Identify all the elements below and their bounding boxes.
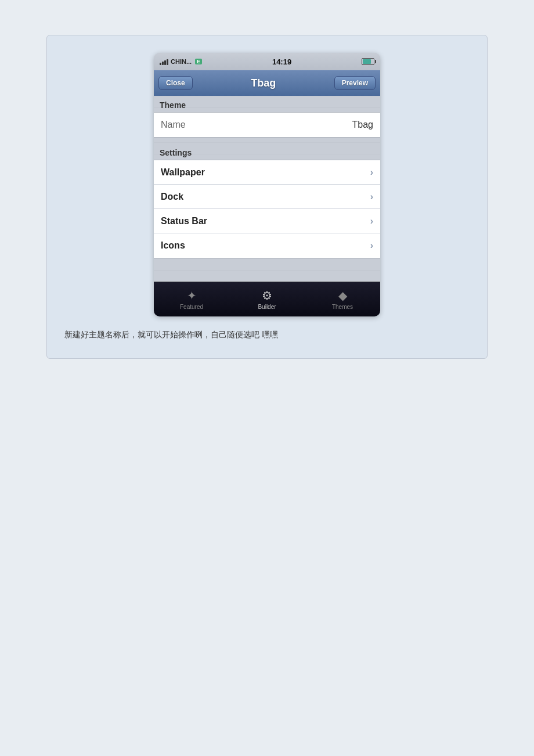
battery-icon bbox=[362, 58, 374, 65]
settings-table-group: Wallpaper › Dock › Status Bar › Icons › bbox=[154, 160, 380, 258]
status-bar-chevron-icon: › bbox=[370, 216, 373, 226]
wallpaper-label: Wallpaper bbox=[161, 167, 205, 178]
featured-label: Featured bbox=[180, 304, 203, 310]
tab-builder[interactable]: ⚙ Builder bbox=[229, 282, 305, 316]
theme-name-row: Name Tbag bbox=[154, 113, 380, 137]
icons-label: Icons bbox=[161, 240, 185, 251]
wallpaper-chevron-icon: › bbox=[370, 167, 373, 178]
signal-bar-2 bbox=[162, 62, 164, 65]
section-spacer-1 bbox=[154, 138, 380, 143]
icons-row[interactable]: Icons › bbox=[154, 233, 380, 258]
caption-text: 新建好主题名称后，就可以开始操作咧，自己随便选吧 嘿嘿 bbox=[59, 328, 475, 341]
signal-bar-4 bbox=[167, 59, 168, 65]
page-container: CHIN... E 14:19 Close Tbag Preview Theme… bbox=[46, 35, 488, 359]
nav-bar: Close Tbag Preview bbox=[154, 70, 380, 96]
preview-button[interactable]: Preview bbox=[334, 76, 376, 90]
status-right bbox=[362, 58, 374, 65]
featured-icon: ✦ bbox=[187, 289, 197, 303]
status-bar: CHIN... E 14:19 bbox=[154, 53, 380, 70]
edge-badge: E bbox=[195, 59, 202, 64]
theme-table-group: Name Tbag bbox=[154, 112, 380, 138]
dock-row[interactable]: Dock › bbox=[154, 185, 380, 209]
tab-bar: ✦ Featured ⚙ Builder ◆ Themes bbox=[154, 282, 380, 316]
settings-section-header: Settings bbox=[154, 143, 380, 160]
status-bar-label: Status Bar bbox=[161, 216, 207, 226]
theme-name-value: Tbag bbox=[352, 120, 373, 130]
builder-icon: ⚙ bbox=[262, 289, 272, 303]
phone-frame: CHIN... E 14:19 Close Tbag Preview Theme… bbox=[154, 53, 380, 316]
signal-bar-1 bbox=[160, 63, 161, 65]
content-area: Theme Name Tbag Settings Wallpaper › Doc… bbox=[154, 96, 380, 282]
carrier-name: CHIN... bbox=[171, 58, 192, 65]
status-time: 14:19 bbox=[272, 57, 291, 66]
theme-name-label: Name bbox=[161, 120, 186, 130]
themes-icon: ◆ bbox=[338, 289, 347, 303]
signal-bars-icon bbox=[160, 58, 168, 65]
themes-label: Themes bbox=[332, 304, 353, 310]
status-bar-row[interactable]: Status Bar › bbox=[154, 209, 380, 233]
signal-bar-3 bbox=[164, 60, 166, 65]
status-left: CHIN... E bbox=[160, 58, 202, 65]
dock-chevron-icon: › bbox=[370, 192, 373, 202]
caption-content: 新建好主题名称后，就可以开始操作咧，自己随便选吧 嘿嘿 bbox=[64, 330, 278, 339]
tab-themes[interactable]: ◆ Themes bbox=[305, 282, 380, 316]
tab-featured[interactable]: ✦ Featured bbox=[154, 282, 229, 316]
bottom-spacer bbox=[154, 258, 380, 276]
battery-fill bbox=[363, 59, 371, 64]
icons-chevron-icon: › bbox=[370, 240, 373, 251]
nav-title: Tbag bbox=[251, 77, 276, 89]
builder-label: Builder bbox=[258, 304, 276, 310]
theme-section-header: Theme bbox=[154, 96, 380, 112]
wallpaper-row[interactable]: Wallpaper › bbox=[154, 160, 380, 185]
close-button[interactable]: Close bbox=[158, 76, 193, 90]
dock-label: Dock bbox=[161, 192, 183, 202]
